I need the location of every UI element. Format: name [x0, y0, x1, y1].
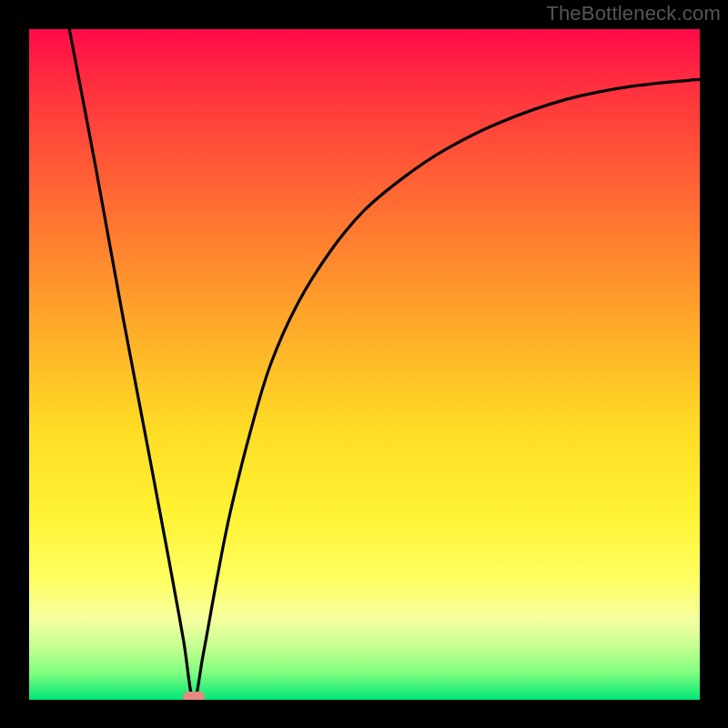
bottleneck-curve [29, 29, 700, 700]
plot-area [29, 29, 700, 700]
watermark-text: TheBottleneck.com [546, 2, 721, 25]
chart-frame: TheBottleneck.com [0, 0, 728, 728]
sweet-spot-marker [183, 692, 205, 700]
